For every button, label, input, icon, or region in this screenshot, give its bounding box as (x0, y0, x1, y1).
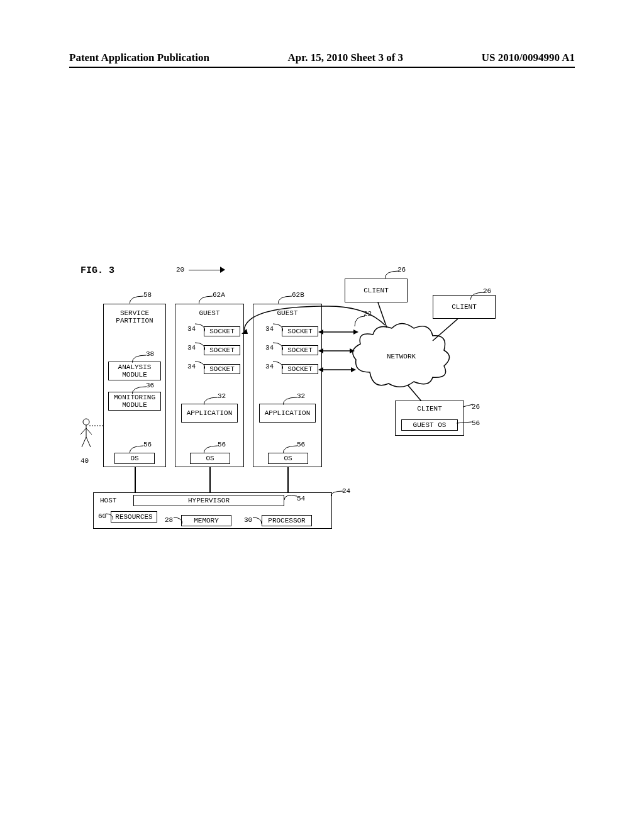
leader-34-a2 (195, 341, 205, 350)
socket-b3-box: SOCKET (282, 364, 318, 374)
figure-title: FIG. 3 (80, 265, 114, 276)
ref-56-ga: 56 (218, 441, 226, 448)
arrow-a1-net (240, 300, 397, 338)
memory-box: MEMORY (181, 515, 231, 526)
hypervisor-label: HYPERVISOR (188, 497, 230, 504)
conn-client2-net (430, 319, 461, 344)
client-2-box: CLIENT (433, 295, 496, 319)
conn-client3-net (408, 385, 426, 401)
arrow-b3-net (318, 366, 358, 374)
client-1-box: CLIENT (345, 279, 408, 302)
leader-60 (106, 512, 113, 520)
leader-54 (284, 494, 297, 500)
ref-56-gb: 56 (297, 441, 305, 448)
client-3-label: CLIENT (417, 405, 442, 412)
os-gb-label: OS (284, 455, 292, 462)
ref-36: 36 (146, 382, 154, 389)
ref-20: 20 (176, 266, 184, 274)
socket-a1-label: SOCKET (209, 328, 235, 335)
guest-os-box: GUEST OS (401, 419, 458, 431)
svg-marker-8 (318, 348, 323, 353)
arrow-20 (189, 270, 220, 270)
leader-32a (204, 396, 218, 405)
svg-point-0 (83, 419, 89, 425)
ref-58: 58 (143, 291, 152, 299)
leader-56-cl (457, 419, 472, 426)
analysis-module-label: ANALYSIS MODULE (118, 363, 152, 379)
leader-62a (199, 295, 213, 304)
connector-sp-host (135, 467, 136, 492)
svg-line-3 (408, 385, 421, 401)
leader-34-a3 (195, 360, 205, 369)
svg-line-2 (433, 319, 458, 341)
os-gb-box: OS (268, 453, 308, 464)
monitoring-module-label: MONITORING MODULE (114, 394, 155, 409)
ref-62b: 62B (292, 291, 304, 299)
page-header: Patent Application Publication Apr. 15, … (0, 52, 644, 64)
svg-marker-11 (318, 367, 323, 372)
arrow-head-20 (220, 267, 225, 273)
ref-38: 38 (146, 350, 154, 358)
header-left: Patent Application Publication (69, 52, 209, 64)
svg-marker-12 (351, 367, 356, 372)
socket-a1-box: SOCKET (204, 326, 240, 336)
svg-marker-13 (242, 329, 248, 334)
processor-box: PROCESSOR (262, 515, 312, 526)
connector-ga-host (209, 467, 211, 492)
client-2-label: CLIENT (452, 303, 477, 311)
client-1-label: CLIENT (364, 287, 389, 294)
leader-32b (283, 396, 297, 405)
connector-gb-host (287, 467, 289, 492)
leader-26-3 (463, 403, 473, 409)
leader-56ga (204, 445, 218, 453)
header-divider (69, 67, 575, 68)
network-label: NETWORK (387, 353, 416, 360)
leader-34-b3 (273, 360, 283, 369)
leader-36 (132, 385, 146, 394)
leader-34-b2 (273, 341, 283, 350)
app-b-label: APPLICATION (265, 409, 311, 417)
leader-24 (331, 490, 343, 496)
socket-b2-label: SOCKET (287, 346, 313, 354)
leader-40-sp (89, 422, 108, 429)
leader-26-2 (470, 291, 484, 300)
leader-58 (130, 295, 143, 304)
app-a-label: APPLICATION (187, 409, 233, 417)
memory-label: MEMORY (194, 517, 219, 524)
ref-54: 54 (297, 495, 305, 502)
app-a-box: APPLICATION (181, 404, 238, 423)
host-label: HOST (100, 497, 116, 504)
monitoring-module-box: MONITORING MODULE (108, 392, 161, 411)
os-sp-box: OS (114, 453, 155, 464)
socket-a3-label: SOCKET (209, 365, 235, 373)
arrow-b2-net (318, 347, 357, 355)
leader-28 (174, 516, 182, 524)
header-center: Apr. 15, 2010 Sheet 3 of 3 (288, 52, 404, 64)
svg-marker-9 (350, 348, 355, 353)
header-right: US 2010/0094990 A1 (482, 52, 575, 64)
os-ga-label: OS (206, 455, 214, 462)
leader-38 (132, 354, 146, 363)
ref-32-a: 32 (218, 392, 226, 400)
analysis-module-box: ANALYSIS MODULE (108, 362, 161, 380)
service-partition-label: SERVICE PARTITION (116, 309, 153, 324)
ref-28: 28 (165, 516, 173, 524)
leader-34-a1 (195, 323, 205, 331)
resources-box: RESOURCES (111, 511, 157, 523)
hypervisor-box: HYPERVISOR (133, 495, 284, 506)
ref-62a: 62A (213, 291, 225, 299)
socket-a2-label: SOCKET (209, 346, 235, 354)
socket-b3-label: SOCKET (287, 365, 313, 373)
socket-a3-box: SOCKET (204, 364, 240, 374)
socket-b2-box: SOCKET (282, 345, 318, 355)
os-sp-label: OS (130, 455, 138, 462)
ref-56-sp: 56 (143, 441, 152, 448)
leader-30 (253, 516, 262, 524)
ref-40: 40 (80, 457, 89, 465)
ref-32-b: 32 (297, 392, 305, 400)
figure-3-diagram: FIG. 3 20 SERVICE PARTITION 58 ANALYSIS … (80, 268, 565, 545)
leader-26-1 (385, 270, 399, 279)
app-b-box: APPLICATION (259, 404, 316, 423)
ref-56-cl: 56 (472, 419, 480, 427)
resources-label: RESOURCES (115, 513, 152, 521)
